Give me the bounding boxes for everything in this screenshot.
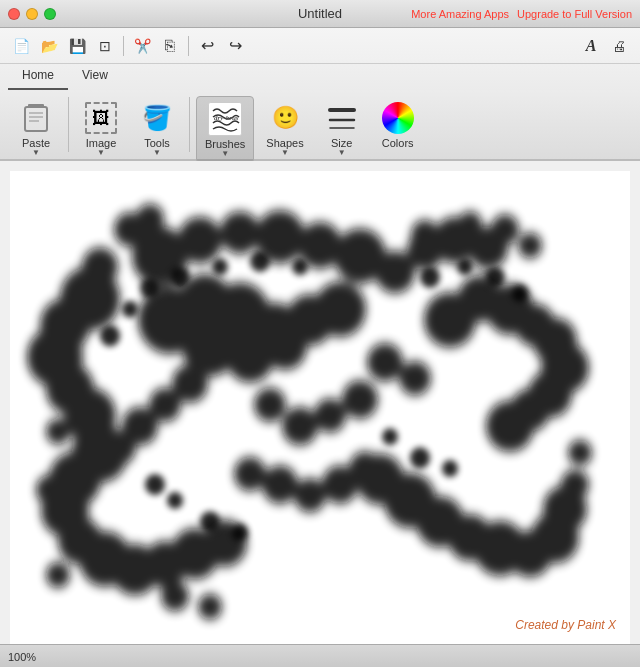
ribbon-size[interactable]: Size ▼ [316,96,368,161]
undo-button[interactable]: ↩ [194,33,220,59]
svg-point-90 [212,258,228,275]
svg-point-64 [399,361,431,395]
paste-arrow: ▼ [32,148,40,157]
svg-point-82 [198,594,222,620]
size-arrow: ▼ [338,148,346,157]
ribbon-shapes[interactable]: 🙂 Shapes ▼ [258,96,311,161]
svg-point-78 [46,419,70,445]
brushes-svg: dry-brus [209,103,241,135]
svg-point-62 [82,248,118,286]
svg-point-81 [161,581,189,611]
svg-point-73 [234,457,266,491]
shapes-icon-emoji: 🙂 [272,105,299,131]
svg-point-83 [561,470,589,500]
paste-icon [18,100,54,136]
brushes-arrow: ▼ [221,149,229,158]
svg-point-96 [420,267,440,288]
more-apps-link[interactable]: More Amazing Apps [411,8,509,20]
svg-text:dry-brus: dry-brus [214,114,239,122]
title-bar: Untitled More Amazing Apps Upgrade to Fu… [0,0,640,28]
copy-button[interactable]: ⎘ [157,33,183,59]
ribbon-brushes[interactable]: dry-brus Brushes ▼ [196,96,254,163]
image-icon-box: 🖼 [85,102,117,134]
undo-icon: ↩ [201,36,214,55]
ribbon-image[interactable]: 🖼 Image ▼ [75,96,127,161]
paint-strokes [10,171,630,644]
shapes-icon: 🙂 [267,100,303,136]
created-by-label: Created by Paint X [515,618,616,632]
svg-point-99 [512,285,528,302]
tab-home[interactable]: Home [8,64,68,90]
save-button[interactable]: 💾 [64,33,90,59]
redo-button[interactable]: ↪ [222,33,248,59]
svg-point-100 [382,428,398,445]
svg-point-85 [411,220,439,250]
upgrade-link[interactable]: Upgrade to Full Version [517,8,632,20]
svg-point-94 [122,301,138,318]
status-bar: 100% [0,644,640,667]
maximize-button[interactable] [44,8,56,20]
size-svg [326,102,358,134]
svg-point-30 [314,282,366,337]
svg-point-74 [262,465,298,503]
tools-arrow: ▼ [153,148,161,157]
ribbon-tools[interactable]: 🪣 Tools ▼ [131,96,183,161]
svg-point-77 [349,452,381,486]
canvas-inner[interactable]: Created by Paint X [10,171,630,644]
color-wheel [382,102,414,134]
svg-point-106 [167,492,183,509]
svg-point-95 [100,325,120,346]
new-button[interactable]: 📄 [8,33,34,59]
open-icon: 📂 [41,38,58,54]
crop-button[interactable]: ⊡ [92,33,118,59]
canvas-area[interactable]: Created by Paint X [0,161,640,644]
svg-point-86 [458,211,482,237]
cut-icon: ✂️ [134,38,151,54]
print-icon: 🖨 [612,38,626,54]
image-icon: 🖼 [83,100,119,136]
svg-point-67 [282,407,318,445]
svg-point-61 [136,204,164,234]
ribbon-paste[interactable]: Paste ▼ [10,96,62,161]
font-button[interactable]: A [578,33,604,59]
size-icon [324,100,360,136]
tools-icon: 🪣 [139,100,175,136]
colors-icon [380,100,416,136]
tab-view[interactable]: View [68,64,122,90]
svg-point-72 [104,430,136,464]
print-button[interactable]: 🖨 [606,33,632,59]
close-button[interactable] [8,8,20,20]
separator-1 [123,36,124,56]
brushes-icon: dry-brus [207,101,243,137]
image-icon-inner: 🖼 [92,108,110,129]
cut-button[interactable]: ✂️ [129,33,155,59]
svg-point-101 [410,447,430,468]
nav-tabs: Home View [0,64,640,90]
minimize-button[interactable] [26,8,38,20]
ribbon-sep-2 [189,97,190,152]
ribbon-colors[interactable]: Colors [372,96,424,153]
svg-point-12 [220,211,260,254]
brushes-icon-box: dry-brus [208,102,242,136]
svg-point-88 [518,233,542,259]
svg-point-11 [178,217,222,264]
separator-2 [188,36,189,56]
traffic-lights [8,8,56,20]
top-toolbar: 📄 📂 💾 ⊡ ✂️ ⎘ ↩ ↪ A 🖨 [0,28,640,64]
ribbon-sep-1 [68,97,69,152]
open-button[interactable]: 📂 [36,33,62,59]
svg-point-66 [314,398,346,432]
svg-rect-2 [29,112,43,114]
font-icon: A [586,37,597,55]
svg-rect-3 [29,116,43,118]
image-arrow: ▼ [97,148,105,157]
shapes-arrow: ▼ [281,148,289,157]
svg-point-68 [254,388,286,422]
svg-rect-4 [29,120,39,122]
toolbar-area: 📄 📂 💾 ⊡ ✂️ ⎘ ↩ ↪ A 🖨 [0,28,640,161]
paste-svg [20,102,52,134]
svg-rect-1 [25,107,47,131]
svg-point-92 [292,258,308,275]
copy-icon: ⎘ [165,37,175,55]
svg-point-33 [263,323,307,370]
